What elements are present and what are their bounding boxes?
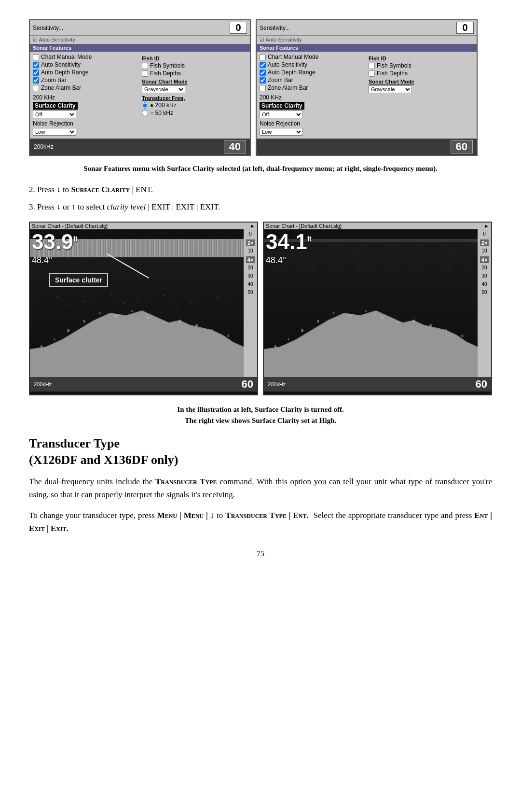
terrain-right-svg: [264, 272, 478, 378]
chart-manual-checkbox-right[interactable]: [260, 54, 266, 60]
sonar-features-bar-left: Sonar Features: [30, 44, 250, 52]
auto-sensitivity-checkbox[interactable]: [33, 62, 39, 68]
scale-20-left: 20: [247, 265, 253, 270]
freq-200-label: ● 200 kHz: [150, 102, 177, 109]
noise-dropdown-left: LowMediumHigh: [33, 128, 138, 136]
transducer-para1: The dual-frequency units include the Tra…: [29, 475, 492, 501]
zone-alarm-checkbox[interactable]: [33, 85, 39, 91]
svg-rect-31: [333, 312, 334, 314]
left-menu-panel: Sensitivity... 0 ☑ Auto Sensitivity Sona…: [29, 19, 251, 156]
panel-top-right: Sensitivity... 0: [257, 20, 477, 36]
fish-id-label-right: Fish ID: [369, 56, 474, 61]
right-sonar-scene: [264, 239, 478, 378]
fish-depths-row-left: Fish Depths: [142, 70, 247, 77]
svg-rect-18: [137, 298, 138, 299]
sonar-chart-mode-label-left: Sonar Chart Mode: [142, 79, 247, 84]
noise-select-left[interactable]: LowMediumHigh: [33, 128, 76, 136]
noise-select-right[interactable]: LowMediumHigh: [260, 128, 303, 136]
step2-key: Surface Clarity: [71, 185, 130, 194]
transducer-heading: Transducer Type (X126DF and X136DF only): [29, 435, 492, 468]
surface-clarity-select-right[interactable]: OffLowMediumHigh: [260, 111, 303, 118]
sensitivity-label-right: Sensitivity...: [260, 25, 290, 31]
fish-symbols-checkbox-left[interactable]: [142, 63, 148, 69]
svg-rect-35: [398, 322, 398, 323]
chart-manual-checkbox[interactable]: [33, 54, 39, 60]
panel-col-left: Chart Manual Mode Auto Sensitivity Auto …: [33, 54, 138, 137]
svg-rect-15: [56, 296, 57, 297]
step2-end: | ENT.: [132, 185, 153, 194]
panel-bottom-right: 60: [257, 139, 477, 155]
left-bottom-label: 200kHz: [34, 381, 52, 387]
left-chart-title: Sonar Chart - [Default Chart.slg]: [32, 223, 108, 229]
zoom-4x-left: 4×: [246, 256, 255, 263]
left-chart-body: Surface clutter 33.9ft 48.4° 0 2× 10 4× …: [30, 229, 257, 392]
sonar-chart-mode-select-left[interactable]: GrayscaleColor: [142, 85, 185, 93]
fish-symbols-label-right: Fish Symbols: [377, 62, 411, 69]
left-depth-unit: ft: [73, 235, 78, 243]
svg-rect-11: [179, 320, 181, 322]
right-chart-titlebar: Sonar Chart - [Default Chart.slg] ►: [264, 223, 491, 229]
auto-depth-checkbox[interactable]: [33, 70, 39, 76]
zoom-bar-checkbox[interactable]: [33, 77, 39, 84]
fish-symbols-checkbox-right[interactable]: [369, 63, 375, 69]
fish-depths-checkbox-left[interactable]: [142, 70, 148, 77]
fish-depths-label-right: Fish Depths: [377, 70, 408, 77]
zone-alarm-row-right: Zone Alarm Bar: [260, 84, 365, 91]
left-chart-titlebar: Sonar Chart - [Default Chart.slg] ►: [30, 223, 257, 229]
left-right-scale: 0 2× 10 4× 20 30 40 50: [244, 229, 257, 392]
right-chart-title: Sonar Chart - [Default Chart.slg]: [266, 223, 342, 229]
step2-instruction: 2. Press ↓ to Surface Clarity | ENT.: [29, 183, 492, 196]
panel-col2-left: Fish ID Fish Symbols Fish Depths Sonar C…: [142, 54, 247, 137]
scale-0-right: 0: [483, 231, 486, 237]
svg-rect-5: [83, 320, 85, 322]
bottom-num-left: 40: [224, 140, 246, 154]
zone-alarm-label: Zone Alarm Bar: [41, 84, 81, 91]
auto-depth-row: Auto Depth Range: [33, 69, 138, 76]
svg-rect-22: [70, 306, 71, 307]
svg-rect-9: [148, 317, 149, 319]
svg-rect-4: [68, 329, 69, 332]
scale-50-left: 50: [247, 290, 253, 295]
scale-50-right: 50: [481, 290, 487, 295]
sonar-chart-mode-select-right[interactable]: GrayscaleColor: [369, 85, 412, 93]
zone-alarm-row: Zone Alarm Bar: [33, 84, 138, 91]
auto-sensitivity-row-right: Auto Sensitivity: [260, 61, 365, 68]
zone-alarm-checkbox-right[interactable]: [260, 85, 266, 91]
freq-50-radio[interactable]: [142, 110, 148, 116]
right-bottom-label: 200kHz: [268, 381, 286, 387]
step3-end: | EXIT | EXIT | EXIT.: [148, 202, 220, 211]
svg-marker-26: [264, 311, 478, 378]
svg-rect-36: [413, 320, 415, 322]
auto-sensitivity-checkbox-right[interactable]: [260, 62, 266, 68]
auto-sensitivity-right: ☑ Auto Sensitivity: [257, 36, 477, 44]
right-bottom-num: 60: [476, 378, 487, 391]
panel-col-right: Chart Manual Mode Auto Sensitivity Auto …: [260, 54, 365, 137]
freq-section-right: 200 KHz: [260, 94, 365, 101]
scale-40-left: 40: [247, 281, 253, 287]
zone-alarm-label-right: Zone Alarm Bar: [268, 84, 308, 91]
fish-symbols-label-left: Fish Symbols: [150, 62, 185, 69]
freq-200-radio[interactable]: [142, 102, 148, 109]
surface-clarity-box-right: Surface Clarity: [260, 102, 304, 110]
zoom-bar-checkbox-right[interactable]: [260, 77, 266, 84]
scale-10-right: 10: [481, 248, 487, 253]
left-bottom-num: 60: [242, 378, 253, 391]
zoom-bar-label: Zoom Bar: [41, 77, 67, 84]
freq-50-row: ○ 50 kHz: [142, 110, 247, 116]
surface-clarity-select-left[interactable]: OffLowMediumHigh: [33, 111, 76, 118]
freq-200-row: ● 200 kHz: [142, 102, 247, 109]
svg-rect-10: [164, 322, 165, 323]
bottom-num-right: 60: [451, 140, 473, 154]
auto-depth-row-right: Auto Depth Range: [260, 69, 365, 76]
right-menu-panel: Sensitivity... 0 ☑ Auto Sensitivity Sona…: [256, 19, 478, 156]
chart-manual-label: Chart Manual Mode: [41, 54, 92, 60]
fish-depths-checkbox-right[interactable]: [369, 70, 375, 77]
auto-depth-checkbox-right[interactable]: [260, 70, 266, 76]
left-depth-secondary: 48.4°: [32, 255, 52, 266]
transducer-type-cmd-inline: Transducer Type: [155, 477, 217, 486]
fish-symbols-row-left: Fish Symbols: [142, 62, 247, 69]
auto-sensitivity-left: ☑ Auto Sensitivity: [30, 36, 250, 44]
panel-top-left: Sensitivity... 0: [30, 20, 250, 36]
step3-italic: clarity level: [107, 202, 146, 211]
step2-text: Press ↓ to: [37, 185, 69, 194]
